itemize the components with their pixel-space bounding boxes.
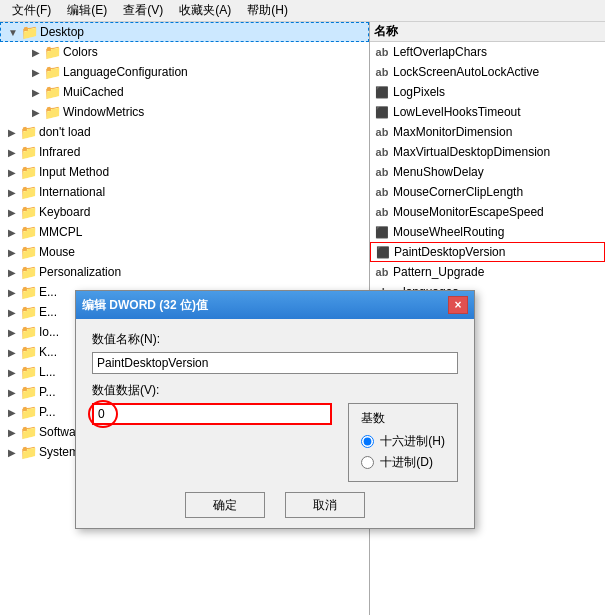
expander-windowmetrics[interactable]: ▶ [28, 102, 44, 122]
list-item-lowlevel[interactable]: ⬛ LowLevelHooksTimeout [370, 102, 605, 122]
dialog-cancel-button[interactable]: 取消 [285, 492, 365, 518]
tree-label-keyboard: Keyboard [39, 205, 90, 219]
folder-icon-infrared: 📁 [20, 144, 36, 160]
list-item-lockscreen[interactable]: ab LockScreenAutoLockActive [370, 62, 605, 82]
dialog-radix-box: 基数 十六进制(H) 十进制(D) [348, 403, 458, 482]
list-header-name: 名称 [374, 23, 398, 40]
expander-e2[interactable]: ▶ [4, 302, 20, 322]
expander-dontload[interactable]: ▶ [4, 122, 20, 142]
expander-colors[interactable]: ▶ [28, 42, 44, 62]
list-item-paintdesktop[interactable]: ⬛ PaintDesktopVersion [370, 242, 605, 262]
tree-item-dontload[interactable]: ▶ 📁 don't load [0, 122, 369, 142]
folder-icon-k1: 📁 [20, 344, 36, 360]
menu-help[interactable]: 帮助(H) [239, 0, 296, 21]
menu-view[interactable]: 查看(V) [115, 0, 171, 21]
list-item-mousecorner[interactable]: ab MouseCornerClipLength [370, 182, 605, 202]
expander-infrared[interactable]: ▶ [4, 142, 20, 162]
expander-p1[interactable]: ▶ [4, 382, 20, 402]
menu-edit[interactable]: 编辑(E) [59, 0, 115, 21]
list-item-menushowdelay[interactable]: ab MenuShowDelay [370, 162, 605, 182]
dialog-titlebar: 编辑 DWORD (32 位)值 × [76, 291, 474, 319]
expander-desktop[interactable]: ▼ [5, 22, 21, 42]
tree-label-muicached: MuiCached [63, 85, 124, 99]
expander-keyboard[interactable]: ▶ [4, 202, 20, 222]
radio-hex[interactable] [361, 435, 374, 448]
dialog-body: 数值名称(N): 数值数据(V): 基数 十六进制(H) [76, 319, 474, 528]
expander-l1[interactable]: ▶ [4, 362, 20, 382]
list-label-pattern: Pattern_Upgrade [393, 265, 484, 279]
tree-label-mouse: Mouse [39, 245, 75, 259]
radio-dec-item[interactable]: 十进制(D) [361, 454, 445, 471]
tree-item-personalization[interactable]: ▶ 📁 Personalization [0, 262, 369, 282]
radio-dec-label: 十进制(D) [380, 454, 433, 471]
list-label-mousemonitor: MouseMonitorEscapeSpeed [393, 205, 544, 219]
dialog-close-button[interactable]: × [448, 296, 468, 314]
tree-label-e1: E... [39, 285, 57, 299]
reg-ab-icon-8: ab [374, 264, 390, 280]
tree-item-mouse[interactable]: ▶ 📁 Mouse [0, 242, 369, 262]
tree-item-infrared[interactable]: ▶ 📁 Infrared [0, 142, 369, 162]
tree-item-colors[interactable]: ▶ 📁 Colors [0, 42, 369, 62]
menu-file[interactable]: 文件(F) [4, 0, 59, 21]
reg-ab-icon-4: ab [374, 144, 390, 160]
dialog-name-input[interactable] [92, 352, 458, 374]
menubar: 文件(F) 编辑(E) 查看(V) 收藏夹(A) 帮助(H) [0, 0, 605, 22]
list-item-logpixels[interactable]: ⬛ LogPixels [370, 82, 605, 102]
dialog-ok-button[interactable]: 确定 [185, 492, 265, 518]
expander-inputmethod[interactable]: ▶ [4, 162, 20, 182]
tree-item-windowmetrics[interactable]: ▶ 📁 WindowMetrics [0, 102, 369, 122]
folder-icon-p2: 📁 [20, 404, 36, 420]
folder-icon-keyboard: 📁 [20, 204, 36, 220]
expander-io[interactable]: ▶ [4, 322, 20, 342]
radio-hex-item[interactable]: 十六进制(H) [361, 433, 445, 450]
folder-icon-e1: 📁 [20, 284, 36, 300]
list-label-menushowdelay: MenuShowDelay [393, 165, 484, 179]
expander-k1[interactable]: ▶ [4, 342, 20, 362]
list-label-paintdesktop: PaintDesktopVersion [394, 245, 505, 259]
expander-langconfig[interactable]: ▶ [28, 62, 44, 82]
tree-label-windowmetrics: WindowMetrics [63, 105, 144, 119]
expander-system[interactable]: ▶ [4, 442, 20, 462]
tree-label-io: Io... [39, 325, 59, 339]
list-item-mousemonitor[interactable]: ab MouseMonitorEscapeSpeed [370, 202, 605, 222]
list-item-maxvirtual[interactable]: ab MaxVirtualDesktopDimension [370, 142, 605, 162]
tree-item-international[interactable]: ▶ 📁 International [0, 182, 369, 202]
list-label-maxmonitor: MaxMonitorDimension [393, 125, 512, 139]
radio-dec[interactable] [361, 456, 374, 469]
tree-item-keyboard[interactable]: ▶ 📁 Keyboard [0, 202, 369, 222]
tree-item-mmcpl[interactable]: ▶ 📁 MMCPL [0, 222, 369, 242]
dialog-data-label: 数值数据(V): [92, 382, 458, 399]
folder-icon-e2: 📁 [20, 304, 36, 320]
reg-img-icon-3: ⬛ [374, 224, 390, 240]
menu-favorites[interactable]: 收藏夹(A) [171, 0, 239, 21]
tree-item-inputmethod[interactable]: ▶ 📁 Input Method [0, 162, 369, 182]
expander-mmcpl[interactable]: ▶ [4, 222, 20, 242]
list-label-lowlevel: LowLevelHooksTimeout [393, 105, 521, 119]
reg-img-icon-4: ⬛ [375, 244, 391, 260]
expander-muicached[interactable]: ▶ [28, 82, 44, 102]
expander-e1[interactable]: ▶ [4, 282, 20, 302]
tree-label-k1: K... [39, 345, 57, 359]
expander-mouse[interactable]: ▶ [4, 242, 20, 262]
tree-label-infrared: Infrared [39, 145, 80, 159]
list-item-maxmonitor[interactable]: ab MaxMonitorDimension [370, 122, 605, 142]
tree-label-international: International [39, 185, 105, 199]
tree-label-mmcpl: MMCPL [39, 225, 82, 239]
tree-item-langconfig[interactable]: ▶ 📁 LanguageConfiguration [0, 62, 369, 82]
dialog-value-input-wrap [92, 403, 332, 425]
expander-personalization[interactable]: ▶ [4, 262, 20, 282]
expander-international[interactable]: ▶ [4, 182, 20, 202]
expander-software[interactable]: ▶ [4, 422, 20, 442]
dialog-data-input[interactable] [92, 403, 332, 425]
expander-p2[interactable]: ▶ [4, 402, 20, 422]
list-item-pattern[interactable]: ab Pattern_Upgrade [370, 262, 605, 282]
folder-icon-langconfig: 📁 [44, 64, 60, 80]
tree-item-desktop[interactable]: ▼ 📁 Desktop [0, 22, 369, 42]
list-item-mousewheel[interactable]: ⬛ MouseWheelRouting [370, 222, 605, 242]
list-item-leftoverlap[interactable]: ab LeftOverlapChars [370, 42, 605, 62]
dialog-name-label: 数值名称(N): [92, 331, 458, 348]
tree-item-muicached[interactable]: ▶ 📁 MuiCached [0, 82, 369, 102]
reg-ab-icon-5: ab [374, 164, 390, 180]
folder-icon-inputmethod: 📁 [20, 164, 36, 180]
folder-icon-international: 📁 [20, 184, 36, 200]
